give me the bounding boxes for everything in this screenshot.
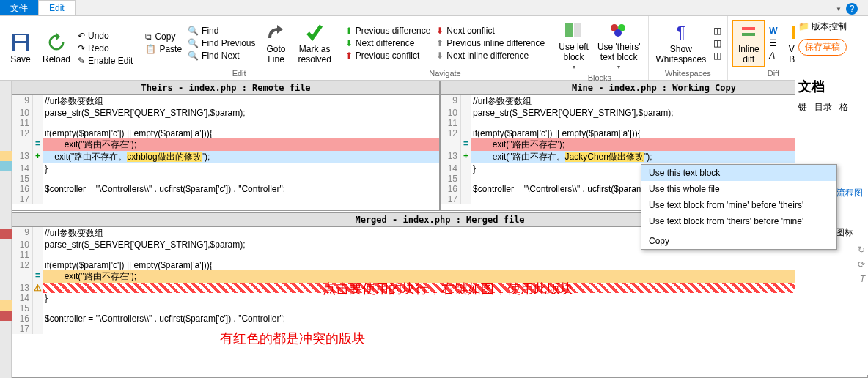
ws-icon: ◫	[713, 38, 721, 48]
paste-button[interactable]: 📋Paste	[144, 43, 183, 55]
ctx-mine-before-theirs[interactable]: Use text block from 'mine' before 'their…	[641, 197, 836, 213]
next-diff-button[interactable]: ⬇Next difference	[344, 37, 433, 49]
prev-diff-button[interactable]: ⬆Previous difference	[344, 25, 433, 37]
svg-rect-2	[15, 43, 26, 51]
reload-icon[interactable]: ⟳	[858, 259, 865, 270]
chevron-down-icon[interactable]: ▼	[836, 6, 842, 12]
save-draft-button[interactable]: 保存草稿	[798, 39, 847, 56]
find-button[interactable]: 🔍Find	[186, 25, 257, 37]
arrow-up-icon: ⬆	[345, 26, 353, 36]
pane-theirs: Theirs - index.php : Remote file 9//url参…	[12, 81, 440, 211]
edit-icon: ✎	[78, 56, 85, 66]
use-theirs-block-button[interactable]: Use 'theirs' text block▾	[595, 18, 644, 72]
ws-opt1[interactable]: ◫	[712, 25, 723, 37]
search-icon: 🔍	[188, 26, 199, 36]
side-key[interactable]: 键	[798, 101, 807, 114]
svg-rect-8	[742, 27, 755, 30]
ws-opt3[interactable]: ◫	[712, 50, 723, 62]
arrow-up-icon: ⬆	[436, 38, 444, 48]
context-menu: Use this text block Use this whole file …	[641, 164, 837, 250]
group-navigate: ⬆Previous difference ⬇Next difference ⬆P…	[339, 16, 551, 80]
annotation-2: 有红色的都是冲突的版块	[220, 330, 365, 347]
arrow-down-icon: ⬇	[436, 51, 444, 61]
group-edit: ⧉Copy 📋Paste 🔍Find 🔍Find Previous 🔍Find …	[139, 16, 339, 80]
arrow-down-icon: ⬇	[436, 26, 444, 36]
copy-button[interactable]: ⧉Copy	[144, 31, 183, 42]
text-icon[interactable]: T	[860, 274, 865, 284]
copy-icon: ⧉	[145, 32, 152, 42]
ctx-use-text-block[interactable]: Use this text block	[641, 165, 836, 181]
save-icon	[10, 32, 31, 53]
refresh-icon[interactable]: ↻	[858, 245, 865, 255]
side-icon-label: 图标	[836, 226, 853, 239]
diff-opt2[interactable]: ☰	[768, 37, 779, 49]
doc-heading: 文档	[798, 78, 865, 95]
show-ws-button[interactable]: ¶ Show Whitespaces	[653, 21, 710, 66]
next-conf-button[interactable]: ⬇Next conflict	[435, 25, 546, 37]
use-left-block-button[interactable]: Use left block▾	[556, 18, 592, 72]
goto-icon	[265, 22, 286, 42]
group-label-nav: Navigate	[344, 67, 546, 78]
check-icon	[304, 22, 325, 42]
redo-icon: ↷	[78, 43, 85, 53]
reload-icon	[46, 32, 67, 53]
folder-icon: 📁	[798, 21, 809, 32]
svg-rect-3	[565, 23, 573, 37]
annotation-1: 点击要使用的块行，右键如图，使用此版块	[323, 280, 573, 297]
redo-button[interactable]: ↷Redo	[76, 42, 134, 54]
prev-conf-button[interactable]: ⬆Previous conflict	[344, 50, 433, 62]
goto-line-button[interactable]: Goto Line	[260, 21, 292, 66]
overview-gutter[interactable]	[0, 81, 12, 378]
side-toc[interactable]: 目录	[814, 101, 832, 114]
search-icon: 🔍	[188, 38, 199, 48]
svg-rect-9	[742, 33, 755, 36]
find-next-button[interactable]: 🔍Find Next	[186, 50, 257, 62]
svg-rect-4	[574, 23, 581, 37]
prev-inline-button[interactable]: ⬆Previous inline difference	[435, 37, 546, 49]
svg-rect-1	[15, 35, 26, 41]
group-whitespace: ¶ Show Whitespaces ◫ ◫ ◫ Whitespaces	[649, 16, 729, 80]
version-control-label[interactable]: 版本控制	[812, 21, 847, 32]
ribbon: Save Reload ↶Undo ↷Redo ✎Enable Edit ⧉Co…	[0, 16, 868, 81]
help-icon[interactable]: ?	[846, 3, 858, 15]
bars-icon: ☰	[769, 38, 777, 48]
ctx-theirs-before-mine[interactable]: Use text block from 'theirs' before 'min…	[641, 213, 836, 229]
pilcrow-icon: ¶	[671, 22, 691, 42]
undo-icon: ↶	[78, 31, 85, 41]
ctx-copy[interactable]: Copy	[641, 233, 836, 249]
ws-icon: ◫	[713, 26, 721, 36]
side-fmt[interactable]: 格	[839, 101, 848, 114]
mark-resolved-button[interactable]: Mark as resolved	[295, 21, 334, 66]
group-label-edit: Edit	[144, 67, 334, 78]
pane-theirs-title: Theirs - index.php : Remote file	[12, 81, 439, 95]
inline-diff-button[interactable]: Inline diff	[732, 20, 765, 67]
group-blocks: Use left block▾ Use 'theirs' text block▾…	[551, 16, 648, 80]
next-inline-button[interactable]: ⬇Next inline difference	[435, 50, 546, 62]
search-icon: 🔍	[188, 51, 199, 61]
a-icon: A	[769, 51, 775, 61]
arrow-down-icon: ⬇	[345, 38, 353, 48]
ws-icon: ◫	[713, 51, 721, 61]
save-button[interactable]: Save	[4, 31, 37, 66]
w-icon: W	[769, 26, 777, 36]
ctx-use-whole-file[interactable]: Use this whole file	[641, 181, 836, 197]
tab-file[interactable]: 文件	[0, 0, 38, 15]
find-prev-button[interactable]: 🔍Find Previous	[186, 37, 257, 49]
reload-button[interactable]: Reload	[40, 31, 73, 66]
tab-edit[interactable]: Edit	[38, 0, 76, 15]
svg-point-7	[614, 29, 622, 37]
inline-diff-icon	[738, 22, 759, 42]
separator	[644, 231, 834, 231]
diff-opt3[interactable]: A	[768, 50, 779, 62]
diff-opt1[interactable]: W	[768, 25, 779, 37]
top-right-area: ▼ ?	[836, 3, 858, 15]
paste-icon: 📋	[145, 44, 156, 54]
block-icon	[564, 20, 584, 40]
ws-opt2[interactable]: ◫	[712, 37, 723, 49]
tab-strip: 文件 Edit	[0, 0, 868, 16]
arrow-up-icon: ⬆	[345, 51, 353, 61]
undo-button[interactable]: ↶Undo	[76, 30, 134, 42]
group-label-ws: Whitespaces	[653, 67, 724, 78]
enable-edit-button[interactable]: ✎Enable Edit	[76, 55, 134, 67]
code-theirs[interactable]: 9//url参数变数组 10parse_str($_SERVER['QUERY_…	[12, 95, 439, 210]
